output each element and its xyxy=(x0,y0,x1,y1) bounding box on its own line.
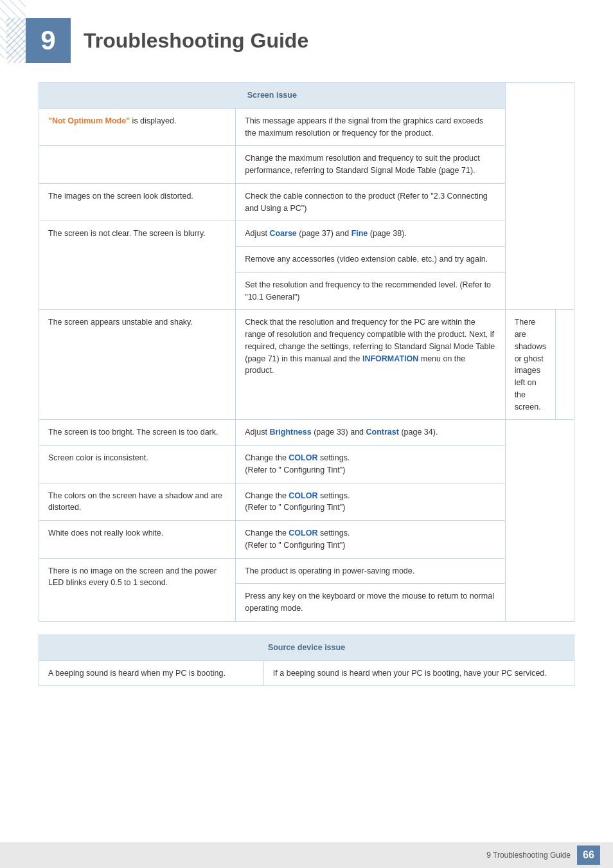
highlight-information: INFORMATION xyxy=(362,354,418,363)
highlight-color: COLOR xyxy=(289,453,317,462)
solution-text: (Refer to " Configuring Tint") xyxy=(245,503,345,512)
solution-cell: The product is operating in power-saving… xyxy=(236,558,505,584)
table-row: Screen color is inconsistent. Change the… xyxy=(39,446,574,484)
solution-cell: This message appears if the signal from … xyxy=(236,108,505,146)
screen-issue-header: Screen issue xyxy=(39,83,506,109)
chapter-number: 9 xyxy=(40,25,55,56)
problem-text: The screen is too bright. The screen is … xyxy=(48,428,218,437)
problem-text: White does not really look white. xyxy=(48,529,163,538)
highlight-brightness: Brightness xyxy=(269,428,311,437)
solution-cell: Change the COLOR settings. (Refer to " C… xyxy=(236,446,505,484)
solution-cell: Change the COLOR settings. (Refer to " C… xyxy=(236,483,505,521)
problem-text: The images on the screen look distorted. xyxy=(48,192,193,201)
solution-cell: Set the resolution and frequency to the … xyxy=(236,272,505,310)
problem-cell: "Not Optimum Mode" is displayed. xyxy=(39,108,236,146)
solution-text: (Refer to " Configuring Tint") xyxy=(245,466,345,475)
solution-text: Press any key on the keyboard or move th… xyxy=(245,592,494,613)
highlight-text: "Not Optimum Mode" xyxy=(48,116,130,125)
page-number: 66 xyxy=(577,845,600,865)
table-row: The images on the screen look distorted.… xyxy=(39,183,574,221)
solution-cell: If a beeping sound is heard when your PC… xyxy=(263,660,574,686)
solution-text: Remove any accessories (video extension … xyxy=(245,255,488,264)
highlight-fine: Fine xyxy=(351,229,368,238)
problem-text: There are shadows or ghost images left o… xyxy=(515,318,546,411)
solution-cell: Change the COLOR settings. (Refer to " C… xyxy=(236,521,505,559)
table-row: Change the maximum resolution and freque… xyxy=(39,146,574,184)
chapter-badge: 9 xyxy=(26,18,71,63)
problem-text: The screen appears unstable and shaky. xyxy=(48,316,226,329)
table-row: There is no image on the screen and the … xyxy=(39,558,574,584)
solution-text: Set the resolution and frequency to the … xyxy=(245,280,491,302)
problem-text: There is no image on the screen and the … xyxy=(48,566,217,588)
page-title: Troubleshooting Guide xyxy=(84,29,308,53)
problem-text: The screen is not clear. The screen is b… xyxy=(48,229,206,238)
problem-cell: The screen is not clear. The screen is b… xyxy=(39,221,236,310)
main-content: Screen issue "Not Optimum Mode" is displ… xyxy=(0,76,613,737)
problem-cell: The screen is too bright. The screen is … xyxy=(39,420,236,446)
table-row: "Not Optimum Mode" is displayed. This me… xyxy=(39,108,574,146)
problem-cell: White does not really look white. xyxy=(39,521,236,559)
highlight-coarse: Coarse xyxy=(269,229,296,238)
problem-cell: The colors on the screen have a shadow a… xyxy=(39,483,236,521)
problem-cell-empty xyxy=(39,146,236,184)
problem-text: A beeping sound is heard when my PC is b… xyxy=(48,669,226,678)
footer-text: 9 Troubleshooting Guide xyxy=(486,851,571,860)
source-issue-header: Source device issue xyxy=(39,635,574,660)
solution-text: Change the maximum resolution and freque… xyxy=(245,154,480,175)
solution-cell-empty xyxy=(555,310,574,420)
solution-cell: Change the maximum resolution and freque… xyxy=(236,146,505,184)
solution-cell: Check that the resolution and frequency … xyxy=(236,310,505,420)
solution-text: (Refer to " Configuring Tint") xyxy=(245,541,345,550)
screen-issue-table: Screen issue "Not Optimum Mode" is displ… xyxy=(39,82,574,622)
solution-cell: Remove any accessories (video extension … xyxy=(236,247,505,273)
problem-cell: A beeping sound is heard when my PC is b… xyxy=(39,660,264,686)
problem-cell: There are shadows or ghost images left o… xyxy=(505,310,555,420)
solution-text: If a beeping sound is heard when your PC… xyxy=(273,669,547,678)
problem-text: is displayed. xyxy=(132,116,177,125)
solution-text: The product is operating in power-saving… xyxy=(245,566,414,575)
highlight-color: COLOR xyxy=(289,491,317,500)
problem-cell: The images on the screen look distorted. xyxy=(39,183,236,221)
highlight-color: COLOR xyxy=(289,529,317,538)
solution-cell: Check the cable connection to the produc… xyxy=(236,183,505,221)
table-row: The screen is too bright. The screen is … xyxy=(39,420,574,446)
table-row: The screen is not clear. The screen is b… xyxy=(39,221,574,247)
table-row: White does not really look white. Change… xyxy=(39,521,574,559)
page-footer: 9 Troubleshooting Guide 66 xyxy=(0,842,613,868)
solution-text: This message appears if the signal from … xyxy=(245,116,483,138)
problem-cell: Screen color is inconsistent. xyxy=(39,446,236,484)
solution-cell: Adjust Brightness (page 33) and Contrast… xyxy=(236,420,505,446)
highlight-contrast: Contrast xyxy=(366,428,399,437)
problem-text: The colors on the screen have a shadow a… xyxy=(48,491,222,512)
problem-text: Screen color is inconsistent. xyxy=(48,453,148,462)
page-header: 9 Troubleshooting Guide xyxy=(0,0,613,76)
problem-cell: There is no image on the screen and the … xyxy=(39,558,236,621)
solution-cell: Press any key on the keyboard or move th… xyxy=(236,584,505,622)
source-issue-table: Source device issue A beeping sound is h… xyxy=(39,635,574,687)
table-row: A beeping sound is heard when my PC is b… xyxy=(39,660,574,686)
solution-text: Check the cable connection to the produc… xyxy=(245,192,488,213)
table-row: The colors on the screen have a shadow a… xyxy=(39,483,574,521)
solution-cell: Adjust Coarse (page 37) and Fine (page 3… xyxy=(236,221,505,247)
problem-cell: The screen appears unstable and shaky. xyxy=(39,310,236,420)
